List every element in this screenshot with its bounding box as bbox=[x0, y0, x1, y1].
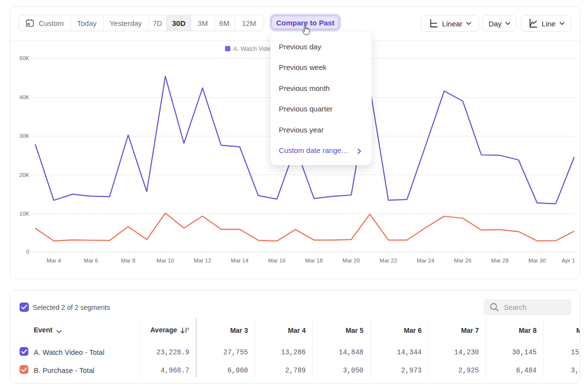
svg-text:Mar 22: Mar 22 bbox=[380, 258, 397, 263]
svg-text:Mar 10: Mar 10 bbox=[157, 258, 174, 263]
svg-text:Mar 24: Mar 24 bbox=[417, 258, 434, 263]
svg-text:Mar 28: Mar 28 bbox=[491, 258, 509, 263]
svg-text:Mar 18: Mar 18 bbox=[305, 258, 323, 263]
svg-text:Mar 8: Mar 8 bbox=[121, 258, 135, 263]
svg-text:30K: 30K bbox=[20, 133, 30, 139]
svg-text:10K: 10K bbox=[20, 211, 30, 217]
svg-text:Mar 26: Mar 26 bbox=[454, 258, 472, 263]
svg-text:Apr 1: Apr 1 bbox=[562, 258, 575, 263]
svg-text:Mar 4: Mar 4 bbox=[46, 258, 61, 263]
svg-text:Mar 6: Mar 6 bbox=[84, 258, 98, 263]
svg-text:40K: 40K bbox=[20, 94, 30, 100]
svg-text:Mar 30: Mar 30 bbox=[528, 258, 546, 263]
svg-text:20K: 20K bbox=[20, 172, 30, 178]
svg-text:50K: 50K bbox=[20, 55, 30, 61]
svg-text:0: 0 bbox=[26, 249, 29, 255]
svg-text:Mar 14: Mar 14 bbox=[231, 258, 248, 263]
svg-text:Mar 12: Mar 12 bbox=[194, 258, 211, 263]
svg-text:Mar 16: Mar 16 bbox=[268, 258, 286, 263]
svg-text:Mar 20: Mar 20 bbox=[342, 258, 360, 263]
